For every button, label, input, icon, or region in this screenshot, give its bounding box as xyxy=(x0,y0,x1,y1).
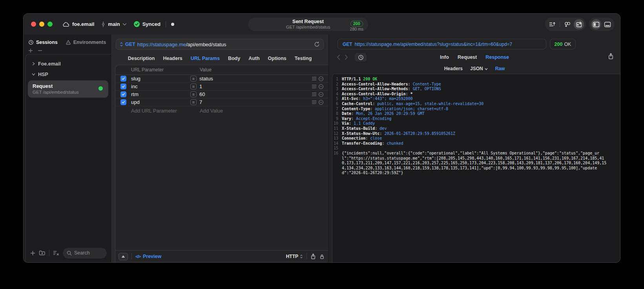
param-value-field[interactable]: 1 xyxy=(197,84,310,89)
response-subtab-headers[interactable]: Headers xyxy=(444,66,463,71)
response-url-box[interactable]: GET https://statuspage.me/api/embed/stat… xyxy=(338,39,546,49)
response-status-code: 200 xyxy=(555,42,563,47)
tree-group-foe-email[interactable]: Foe.email xyxy=(29,58,108,69)
line-number: 1 xyxy=(332,77,342,82)
protocol-selector[interactable]: HTTP xyxy=(286,254,303,259)
param-options-button[interactable] xyxy=(310,92,317,96)
param-name-field[interactable]: slug xyxy=(127,76,190,82)
response-status-text: OK xyxy=(564,42,571,47)
request-url-bar[interactable]: GET https://statuspage.me/api/embed/stat… xyxy=(116,39,324,50)
response-panel: GET https://statuspage.me/api/embed/stat… xyxy=(329,35,620,262)
sidebar-tab-environments[interactable]: Environments xyxy=(66,40,106,45)
param-enabled-checkbox[interactable] xyxy=(120,99,126,105)
expand-panel-button[interactable] xyxy=(119,253,128,260)
lock-icon xyxy=(319,254,325,260)
param-name-field[interactable]: rtm xyxy=(127,91,190,97)
response-subtab-raw[interactable]: Raw xyxy=(495,66,505,71)
send-to-window-button[interactable] xyxy=(574,19,584,29)
request-tab-headers[interactable]: Headers xyxy=(163,56,182,61)
param-remove-button[interactable] xyxy=(317,92,325,97)
param-options-button[interactable] xyxy=(310,84,317,89)
param-enabled-checkbox[interactable] xyxy=(120,84,126,89)
sidebar: SessionsEnvironments Foe.emailHSP Reques… xyxy=(24,35,111,262)
response-tab-info[interactable]: Info xyxy=(440,55,449,60)
tree-group-hsp[interactable]: HSP xyxy=(29,69,108,80)
filter-list-button[interactable] xyxy=(53,250,59,256)
request-tab-auth[interactable]: Auth xyxy=(248,56,259,61)
response-tab-request[interactable]: Request xyxy=(458,55,477,60)
response-subtab-json[interactable]: JSON xyxy=(470,66,488,71)
sync-status-button[interactable]: Synced xyxy=(133,21,161,27)
toolbar-group-import-send xyxy=(545,18,586,31)
add-parameter-row[interactable]: Add URL Parameter Add Value xyxy=(115,106,328,115)
sidebar-tab-sessions[interactable]: Sessions xyxy=(28,40,58,45)
add-request-button[interactable] xyxy=(30,251,35,256)
branch-name: main xyxy=(108,21,120,27)
history-clock-icon xyxy=(358,55,364,60)
branch-selector[interactable]: main xyxy=(101,21,126,27)
equals-operator-icon: = xyxy=(190,91,197,97)
request-url[interactable]: https://statuspage.me/api/embed/status xyxy=(137,42,226,47)
param-name-field[interactable]: upd xyxy=(127,99,190,105)
add-session-button[interactable] xyxy=(28,48,33,53)
import-export-button[interactable] xyxy=(547,19,557,29)
tree-group-label: Foe.email xyxy=(38,61,61,67)
param-options-button[interactable] xyxy=(310,76,317,81)
history-button[interactable] xyxy=(355,53,367,62)
param-remove-button[interactable] xyxy=(317,84,325,89)
add-value-placeholder[interactable]: Add Value xyxy=(190,108,310,114)
history-forward-button[interactable] xyxy=(343,55,349,60)
search-input[interactable]: Search xyxy=(63,248,107,258)
clock-icon xyxy=(28,40,34,45)
history-back-button[interactable] xyxy=(335,55,341,60)
toggle-bottom-panel-button[interactable] xyxy=(602,19,613,29)
response-url: https://statuspage.me/api/embed/status?s… xyxy=(355,42,513,47)
sent-request-pill[interactable]: Sent Request GET /api/embed/status 200 2… xyxy=(248,18,368,31)
preview-button[interactable]: </> Preview xyxy=(135,254,161,259)
param-remove-button[interactable] xyxy=(317,100,325,105)
export-response-button[interactable] xyxy=(608,53,614,60)
response-body[interactable]: 1HTTP/1.1 200 OK2Access-Control-Allow-He… xyxy=(332,74,620,262)
param-value-field[interactable]: status xyxy=(197,76,310,82)
response-header-line: 8Date: Mon, 26 Jan 2026 20:29:59 GMT xyxy=(332,111,620,116)
param-value-field[interactable]: 7 xyxy=(197,99,310,105)
minimize-window-button[interactable] xyxy=(39,22,44,27)
send-request-button[interactable] xyxy=(314,41,320,47)
param-enabled-checkbox[interactable] xyxy=(120,76,126,82)
request-method[interactable]: GET xyxy=(125,42,135,47)
lock-button[interactable] xyxy=(319,254,325,260)
project-switcher[interactable]: foe.email xyxy=(63,21,94,27)
remove-row-icon xyxy=(318,92,324,97)
add-parameter-placeholder[interactable]: Add URL Parameter xyxy=(127,108,190,114)
request-tab-options[interactable]: Options xyxy=(268,56,286,61)
request-tab-testing[interactable]: Testing xyxy=(295,56,312,61)
line-number: 16 xyxy=(332,151,342,176)
zoom-window-button[interactable] xyxy=(47,22,53,27)
response-header-line: 10Via: 1.1 Caddy xyxy=(332,121,620,126)
response-header-line: 6Cache-Control: public, max-age=15, stal… xyxy=(332,102,620,107)
add-folder-button[interactable] xyxy=(39,250,46,256)
response-tab-response[interactable]: Response xyxy=(485,55,509,60)
sidebar-tabs: SessionsEnvironments xyxy=(24,35,111,47)
param-remove-button[interactable] xyxy=(317,76,325,82)
method-select-icon[interactable] xyxy=(120,42,123,47)
param-name-field[interactable]: inc xyxy=(127,84,190,89)
param-row-slug: slug=status xyxy=(115,75,328,83)
response-header-line: 9Vary: Accept-Encoding xyxy=(332,116,620,122)
triangle-up-icon xyxy=(121,255,125,258)
response-method: GET xyxy=(343,42,352,47)
param-enabled-checkbox[interactable] xyxy=(120,91,126,97)
column-header-value: Value xyxy=(190,67,310,73)
link-download-button[interactable] xyxy=(562,19,573,29)
share-request-button[interactable] xyxy=(310,253,316,260)
close-window-button[interactable] xyxy=(31,22,36,27)
request-tab-url-params[interactable]: URL Params xyxy=(191,56,220,61)
request-tab-description[interactable]: Description xyxy=(128,56,155,61)
titlebar-separator xyxy=(166,21,166,27)
remove-session-button[interactable] xyxy=(38,48,42,53)
request-tab-body[interactable]: Body xyxy=(228,56,240,61)
toggle-sidebar-button[interactable] xyxy=(591,19,601,29)
param-options-button[interactable] xyxy=(310,100,317,104)
param-value-field[interactable]: 60 xyxy=(197,91,310,97)
sidebar-request-item[interactable]: Request GET /api/embed/status xyxy=(28,80,108,98)
